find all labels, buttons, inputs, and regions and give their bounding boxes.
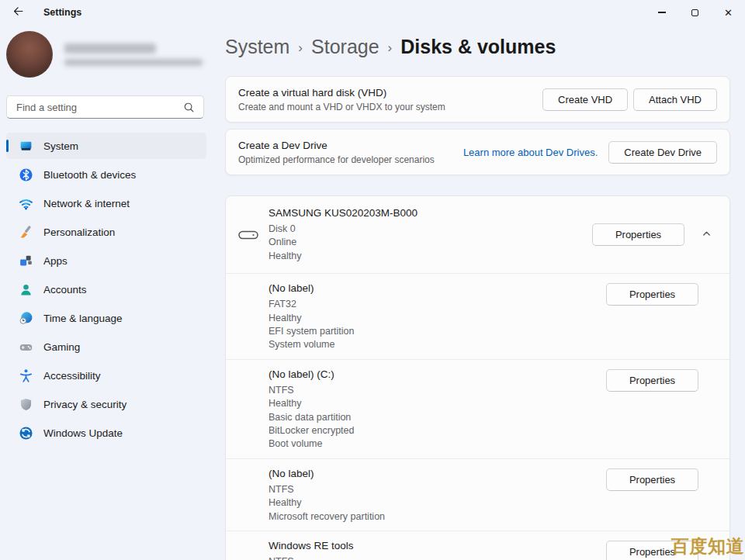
privacy-security-icon [19, 397, 33, 412]
accounts-icon [19, 282, 33, 297]
hard-disk-icon [238, 229, 258, 241]
search-icon[interactable] [183, 102, 203, 113]
disk-name: SAMSUNG KUS020203M-B000 [269, 206, 418, 220]
sidebar-item-label: Windows Update [43, 427, 123, 439]
sidebar-item-system[interactable]: System [6, 133, 206, 159]
back-button[interactable] [3, 2, 33, 23]
volume-properties-button[interactable]: Properties [606, 369, 698, 392]
collapse-disk-button[interactable] [698, 226, 715, 244]
disk-detail: Online [269, 236, 418, 249]
sidebar-item-apps[interactable]: Apps [6, 247, 206, 274]
sidebar-item-privacy-security[interactable]: Privacy & security [6, 391, 206, 417]
avatar [6, 31, 53, 78]
system-icon [19, 139, 33, 154]
titlebar: Settings ✕ [0, 0, 745, 25]
volume-detail: NTFS [269, 555, 354, 560]
dev-drive-card: Create a Dev Drive Optimized performance… [225, 129, 730, 175]
sidebar-item-accessibility[interactable]: Accessibility [6, 362, 206, 389]
user-profile[interactable] [6, 31, 203, 78]
volume-properties-button[interactable]: Properties [606, 468, 698, 491]
close-icon: ✕ [724, 7, 733, 19]
network-icon [19, 196, 33, 211]
volume-name: (No label) [269, 467, 385, 481]
minimize-icon [658, 12, 666, 12]
sidebar-item-label: Time & language [43, 313, 123, 324]
user-name-blurred [64, 43, 156, 54]
sidebar-nav: System Bluetooth & devices Network & int… [6, 133, 206, 448]
volume-row-recovery: (No label) NTFS Healthy Microsoft recove… [226, 459, 729, 531]
vhd-card-subtitle: Create and mount a VHD or VHDX to your s… [238, 102, 445, 112]
sidebar-item-label: Bluetooth & devices [43, 169, 136, 181]
sidebar-item-gaming[interactable]: Gaming [6, 334, 206, 360]
user-email-blurred [64, 59, 203, 66]
volume-detail: System volume [269, 338, 354, 351]
maximize-button[interactable] [678, 0, 712, 25]
volume-detail: Basic data partition [269, 411, 354, 424]
volume-detail: Healthy [269, 496, 385, 510]
close-button[interactable]: ✕ [712, 0, 745, 25]
volume-detail: Healthy [269, 397, 354, 410]
vhd-card: Create a virtual hard disk (VHD) Create … [225, 76, 730, 123]
dev-drive-card-title: Create a Dev Drive [238, 140, 435, 151]
vhd-card-title: Create a virtual hard disk (VHD) [238, 87, 445, 99]
window-controls: ✕ [645, 0, 745, 25]
volume-properties-button[interactable]: Properties [606, 283, 698, 306]
disk-detail: Healthy [269, 250, 418, 263]
dev-drive-card-subtitle: Optimized performance for developer scen… [238, 154, 435, 165]
volume-name: (No label) [269, 282, 354, 296]
sidebar-item-label: Personalization [43, 226, 115, 238]
sidebar-item-label: Accessibility [43, 370, 101, 382]
accessibility-icon [19, 368, 33, 383]
breadcrumb-system[interactable]: System [225, 36, 289, 58]
sidebar-item-windows-update[interactable]: Windows Update [6, 420, 206, 446]
main-content: System › Storage › Disks & volumes Creat… [217, 25, 745, 560]
sidebar: System Bluetooth & devices Network & int… [0, 25, 217, 560]
dev-drive-learn-more-link[interactable]: Learn more about Dev Drives. [463, 147, 598, 158]
volume-detail: EFI system partition [269, 325, 354, 338]
maximize-icon [691, 9, 698, 16]
sidebar-item-label: Apps [43, 255, 68, 267]
page-title: Disks & volumes [400, 36, 556, 58]
breadcrumb-storage[interactable]: Storage [311, 36, 379, 58]
app-title: Settings [43, 7, 81, 18]
gaming-icon [19, 340, 33, 354]
volume-detail: Boot volume [269, 437, 354, 451]
windows-update-icon [19, 426, 33, 441]
create-dev-drive-button[interactable]: Create Dev Drive [608, 141, 717, 164]
volume-row-c-drive: (No label) (C:) NTFS Healthy Basic data … [226, 360, 729, 458]
volume-detail: FAT32 [269, 298, 354, 311]
volume-name: Windows RE tools [269, 539, 354, 553]
profile-text-blurred [64, 43, 203, 66]
selected-indicator [6, 140, 9, 152]
minimize-button[interactable] [645, 0, 678, 25]
disk-card: SAMSUNG KUS020203M-B000 Disk 0 Online He… [225, 195, 730, 560]
sidebar-item-label: System [43, 140, 78, 152]
volume-detail: NTFS [269, 483, 385, 496]
chevron-right-icon: › [298, 40, 303, 56]
time-language-icon [19, 311, 33, 326]
personalization-icon [19, 225, 33, 240]
search-input[interactable] [7, 102, 183, 113]
volume-row-windows-re: Windows RE tools NTFS Healthy Properties [226, 531, 729, 560]
back-arrow-icon [12, 5, 24, 20]
chevron-right-icon: › [388, 40, 393, 56]
volume-detail: NTFS [269, 384, 354, 397]
search-box[interactable] [6, 95, 204, 119]
sidebar-item-network-internet[interactable]: Network & internet [6, 190, 206, 216]
sidebar-item-time-language[interactable]: Time & language [6, 305, 206, 331]
bluetooth-icon [19, 168, 33, 182]
sidebar-item-personalization[interactable]: Personalization [6, 219, 206, 245]
disk-properties-button[interactable]: Properties [592, 223, 684, 246]
volume-detail: Microsoft recovery partition [269, 510, 385, 524]
volume-detail: Healthy [269, 312, 354, 325]
disk-detail: Disk 0 [269, 223, 418, 236]
volume-detail: BitLocker encrypted [269, 424, 354, 437]
sidebar-item-bluetooth-devices[interactable]: Bluetooth & devices [6, 161, 206, 188]
sidebar-item-accounts[interactable]: Accounts [6, 276, 206, 302]
volume-name: (No label) (C:) [269, 368, 354, 382]
watermark: 百度知道 [671, 534, 744, 558]
create-vhd-button[interactable]: Create VHD [542, 88, 628, 111]
breadcrumb: System › Storage › Disks & volumes [225, 36, 730, 64]
attach-vhd-button[interactable]: Attach VHD [633, 88, 717, 111]
volume-row-efi: (No label) FAT32 Healthy EFI system part… [226, 274, 729, 359]
